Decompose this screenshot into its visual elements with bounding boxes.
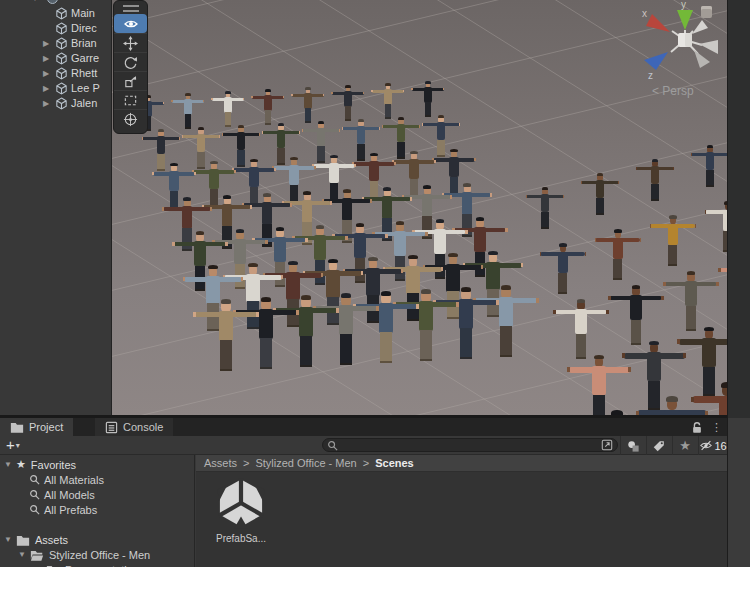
favorites-item-all-prefabs[interactable]: All Prefabs [29, 502, 97, 517]
star-icon: ★ [16, 458, 26, 471]
hierarchy-item[interactable]: ▶ Brian [0, 36, 112, 51]
character-figure[interactable] [251, 90, 284, 126]
expand-arrow-icon[interactable]: ▼ [31, 0, 39, 3]
character-figure[interactable] [663, 272, 718, 332]
transform-tool-button[interactable] [114, 109, 147, 128]
filter-by-type-button[interactable] [620, 436, 645, 455]
hidden-count: 16 [714, 440, 726, 452]
rotate-tool-button[interactable] [114, 52, 147, 71]
project-content-area[interactable]: PrefabSa... [196, 472, 727, 567]
folder-icon [10, 421, 24, 433]
gizmo-x-label: x [642, 8, 647, 19]
character-figure[interactable] [650, 216, 697, 267]
favorites-item-all-materials[interactable]: All Materials [29, 472, 104, 487]
search-input[interactable] [341, 439, 601, 451]
character-figure[interactable] [595, 230, 642, 281]
rect-tool-button[interactable] [114, 90, 147, 109]
character-figure[interactable] [171, 94, 204, 130]
hidden-count-toggle[interactable]: 16 [698, 436, 727, 455]
move-tool-button[interactable] [114, 33, 147, 52]
character-figure[interactable] [291, 88, 324, 124]
character-figure[interactable] [718, 258, 727, 318]
gizmo-y-axis-cone[interactable] [677, 10, 693, 30]
character-figure[interactable] [553, 300, 608, 360]
favorites-item-all-models[interactable]: All Models [29, 487, 95, 502]
gameobject-icon [47, 0, 58, 4]
character-figure[interactable] [691, 146, 727, 188]
asset-item-scene[interactable]: PrefabSa... [208, 476, 274, 544]
add-asset-button[interactable]: +▾ [6, 436, 20, 455]
tab-label: Project [29, 421, 63, 433]
tag-icon [652, 439, 666, 453]
tab-label: Console [123, 421, 163, 433]
assets-root-folder[interactable]: ▼ Assets [4, 532, 68, 547]
star-icon: ★ [679, 438, 691, 453]
collapse-arrow-icon[interactable]: ▼ [4, 460, 12, 469]
gameobject-cube-icon [55, 22, 68, 35]
bottom-tab-bar: Project Console ⋮ [0, 418, 727, 436]
panel-divider[interactable] [0, 415, 727, 418]
expand-arrow-icon[interactable]: ▶ [43, 69, 52, 78]
character-figure[interactable] [608, 286, 663, 346]
gizmo-neg-x-cone[interactable] [699, 40, 718, 54]
folder-stylized-office-men[interactable]: ▼ Stylized Office - Men [18, 547, 150, 562]
project-toolbar: +▾ [0, 436, 727, 455]
breadcrumb-part-current[interactable]: Scenes [375, 457, 414, 469]
character-figure[interactable] [540, 244, 587, 295]
tab-project[interactable]: Project [0, 418, 73, 436]
folder-documentation[interactable]: Documentation [46, 562, 139, 567]
breadcrumb-part[interactable]: Stylized Office - Men [255, 457, 356, 469]
character-figure[interactable] [581, 174, 620, 216]
search-icon [327, 440, 338, 451]
hierarchy-item[interactable]: ▶ Jalen [0, 96, 112, 111]
gizmo-neg-y-cone[interactable] [692, 20, 708, 34]
scene-tools-overlay [113, 0, 148, 134]
scale-tool-button[interactable] [114, 71, 147, 90]
right-edge-panel-bottom [727, 418, 750, 567]
expand-arrow-icon[interactable]: ▶ [43, 54, 52, 63]
character-figure[interactable] [705, 202, 728, 253]
favorites-section[interactable]: ▼ ★ Favorites [4, 457, 76, 472]
overlay-grip-icon[interactable] [123, 5, 139, 12]
character-figure[interactable] [636, 160, 675, 202]
character-figure[interactable] [331, 86, 364, 122]
hierarchy-item[interactable]: ▶ Garre [0, 51, 112, 66]
collapse-arrow-icon[interactable]: ▼ [18, 550, 26, 559]
gizmo-z-label: z [648, 70, 653, 81]
character-figure[interactable] [371, 84, 404, 120]
character-figure[interactable] [567, 356, 631, 416]
open-search-window-icon[interactable] [601, 439, 613, 451]
view-tool-button[interactable] [114, 14, 147, 33]
gizmo-x-axis-cone[interactable] [646, 14, 670, 32]
gameobject-cube-icon [55, 52, 68, 65]
lock-icon[interactable] [691, 421, 703, 434]
breadcrumb-part[interactable]: Assets [204, 457, 237, 469]
gizmo-z-axis-cone[interactable] [644, 52, 668, 70]
expand-arrow-icon[interactable]: ▶ [43, 39, 52, 48]
perspective-mode-label[interactable]: < Persp [652, 84, 694, 98]
search-field[interactable] [322, 438, 618, 452]
filter-by-label-button[interactable] [646, 436, 671, 455]
move-icon [123, 36, 138, 51]
menu-dots-icon[interactable]: ⋮ [711, 422, 722, 432]
gameobject-cube-icon [55, 37, 68, 50]
character-figure[interactable] [211, 92, 244, 128]
favorites-filter-button[interactable]: ★ [672, 436, 697, 455]
right-edge-panel-top [727, 0, 750, 418]
gizmo-neg-z-cone[interactable] [694, 50, 710, 68]
hierarchy-item[interactable]: ▶ Rhett [0, 66, 112, 81]
search-icon [29, 504, 40, 515]
character-figure[interactable] [193, 300, 259, 372]
hierarchy-item[interactable]: Direc [0, 21, 112, 36]
scene-orientation-gizmo[interactable]: y x z < Persp [622, 0, 727, 100]
expand-arrow-icon[interactable]: ▶ [43, 99, 52, 108]
expand-arrow-icon[interactable]: ▶ [43, 84, 52, 93]
tab-console[interactable]: Console [95, 418, 173, 436]
hierarchy-item[interactable]: Main [0, 6, 112, 21]
character-figure[interactable] [411, 82, 444, 118]
collapse-arrow-icon[interactable]: ▼ [4, 535, 12, 544]
hierarchy-item[interactable]: ▶ Lee P [0, 81, 112, 96]
scene-view[interactable]: y x z < Persp [112, 0, 727, 416]
character-figure[interactable] [526, 188, 565, 230]
hierarchy-item-label: Brian [71, 37, 97, 49]
